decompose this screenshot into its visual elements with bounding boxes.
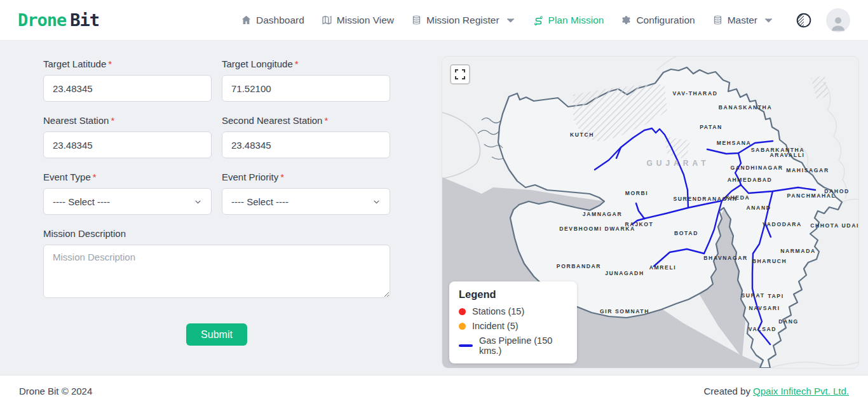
mission-description-textarea[interactable] xyxy=(43,245,390,298)
district-label: NARMADA xyxy=(780,248,816,254)
nav-label: Dashboard xyxy=(256,15,304,26)
fullscreen-icon xyxy=(455,69,465,79)
person-icon xyxy=(829,13,848,32)
theme-contrast-icon[interactable] xyxy=(796,12,812,29)
legend-item-stations: Stations (15) xyxy=(459,306,567,316)
legend-item-gas-pipeline: Gas Pipeline (150 kms.) xyxy=(459,335,567,356)
database-icon xyxy=(411,15,422,25)
map-icon xyxy=(322,15,332,25)
required-asterisk: * xyxy=(324,115,328,126)
mission-map[interactable]: GUJARATVAV-THARADBANASKANTHAKUTCHPATANME… xyxy=(442,56,859,369)
home-icon xyxy=(241,15,252,25)
header-controls xyxy=(796,8,850,32)
nav-label: Mission Register xyxy=(426,15,499,26)
required-asterisk: * xyxy=(295,58,299,69)
nav-label: Master xyxy=(728,15,757,26)
database-icon xyxy=(712,15,723,25)
district-label: BHAVNAGAR xyxy=(703,255,748,261)
nav-label: Mission View xyxy=(337,15,394,26)
second-nearest-station-label: Second Nearest Station* xyxy=(222,115,390,126)
district-label: MORBI xyxy=(625,190,649,196)
target-longitude-input[interactable] xyxy=(222,75,390,102)
map-legend: Legend Stations (15) Incident (5) Gas Pi… xyxy=(449,281,577,363)
required-asterisk: * xyxy=(108,58,112,69)
required-asterisk: * xyxy=(280,172,284,182)
district-label: KHEDA xyxy=(726,194,750,201)
legend-title: Legend xyxy=(459,288,567,301)
footer-copyright: Drone Bit © 2024 xyxy=(19,386,92,396)
district-label: MEHSANA xyxy=(717,140,752,146)
district-label: BANASKANTHA xyxy=(719,104,772,111)
field-second-nearest-station: Second Nearest Station* xyxy=(222,115,390,158)
district-label: VAV-THARAD xyxy=(672,90,717,97)
chevron-down-icon xyxy=(505,15,516,25)
target-latitude-input[interactable] xyxy=(43,75,212,102)
district-label: VADODARA xyxy=(763,221,802,227)
footer: Drone Bit © 2024 Created by Qpaix Infite… xyxy=(0,375,868,406)
plan-mission-form: Target Latitude* Target Longitude* Neare… xyxy=(43,58,390,346)
nav-configuration[interactable]: Configuration xyxy=(621,15,695,26)
second-nearest-station-input[interactable] xyxy=(222,132,390,158)
legend-swatch-1 xyxy=(459,323,466,330)
nearest-station-label: Nearest Station* xyxy=(43,115,212,126)
brand-logo-secondary: Bit xyxy=(70,10,99,30)
legend-label: Incident (5) xyxy=(472,321,519,331)
nav-mission-view[interactable]: Mission View xyxy=(322,15,394,26)
district-label: BHARUCH xyxy=(752,258,787,264)
field-target-longitude: Target Longitude* xyxy=(222,58,390,102)
district-label: JAMNAGAR xyxy=(583,211,622,217)
nav-mission-register[interactable]: Mission Register xyxy=(411,15,516,26)
brand-logo-primary: Drone xyxy=(18,10,66,30)
field-target-latitude: Target Latitude* xyxy=(43,58,212,102)
event-priority-select[interactable]: ---- Select ---- xyxy=(222,188,390,215)
required-asterisk: * xyxy=(111,115,114,126)
district-label: AMRELI xyxy=(649,264,677,271)
legend-label: Gas Pipeline (150 kms.) xyxy=(479,335,567,356)
event-type-label: Event Type* xyxy=(43,172,212,182)
field-event-priority: Event Priority* ---- Select ---- xyxy=(222,172,390,215)
district-label: PANCHMAHAL xyxy=(787,193,836,199)
nearest-station-input[interactable] xyxy=(43,132,212,158)
submit-button[interactable]: Submit xyxy=(186,323,247,346)
chevron-down-icon xyxy=(372,198,381,206)
district-label: DANG xyxy=(778,318,799,325)
district-label: GANDHINAGAR xyxy=(730,165,783,171)
district-label: AHMEDABAD xyxy=(728,177,773,183)
page-content: Target Latitude* Target Longitude* Neare… xyxy=(0,41,868,375)
nav-label: Plan Mission xyxy=(548,15,604,26)
field-event-type: Event Type* ---- Select ---- xyxy=(43,172,212,215)
district-label: KUTCH xyxy=(570,132,594,138)
district-label: NAVSARI xyxy=(749,305,780,311)
district-label: ARAVALLI xyxy=(770,152,805,158)
event-type-select[interactable]: ---- Select ---- xyxy=(43,188,212,215)
district-label: CHHOTA UDAIPUR xyxy=(810,222,859,229)
state-watermark: GUJARAT xyxy=(646,159,709,168)
nav-master[interactable]: Master xyxy=(712,15,774,26)
footer-credits: Created by Qpaix Infitech Pvt. Ltd. xyxy=(704,386,849,396)
nav-plan-mission[interactable]: Plan Mission xyxy=(533,15,604,26)
legend-label: Stations (15) xyxy=(472,306,524,316)
required-asterisk: * xyxy=(93,172,97,182)
top-navbar: DroneBit Dashboard Mission View Mission … xyxy=(0,0,868,41)
event-priority-label: Event Priority* xyxy=(222,172,390,182)
district-label: MAHISAGAR xyxy=(786,167,829,173)
field-nearest-station: Nearest Station* xyxy=(43,115,212,158)
gear-icon xyxy=(621,15,632,25)
fullscreen-button[interactable] xyxy=(450,64,470,85)
nav-dashboard[interactable]: Dashboard xyxy=(241,15,304,26)
user-avatar[interactable] xyxy=(826,8,850,32)
district-label: VALSAD xyxy=(749,326,776,332)
nav-label: Configuration xyxy=(636,15,695,26)
chevron-down-icon xyxy=(194,198,202,206)
legend-swatch-2 xyxy=(459,344,473,347)
district-label: DEVBHOOMI DWARKA xyxy=(559,226,635,232)
target-longitude-label: Target Longitude* xyxy=(222,58,390,69)
chevron-down-icon xyxy=(763,15,774,25)
field-mission-description: Mission Description xyxy=(43,228,390,301)
company-link[interactable]: Qpaix Infitech Pvt. Ltd. xyxy=(753,386,849,396)
event-type-selected-value: ---- Select ---- xyxy=(53,196,110,207)
mission-description-label: Mission Description xyxy=(43,228,390,239)
brand-logo[interactable]: DroneBit xyxy=(18,10,99,30)
district-label: TAPI xyxy=(768,293,783,299)
legend-swatch-0 xyxy=(459,308,466,315)
